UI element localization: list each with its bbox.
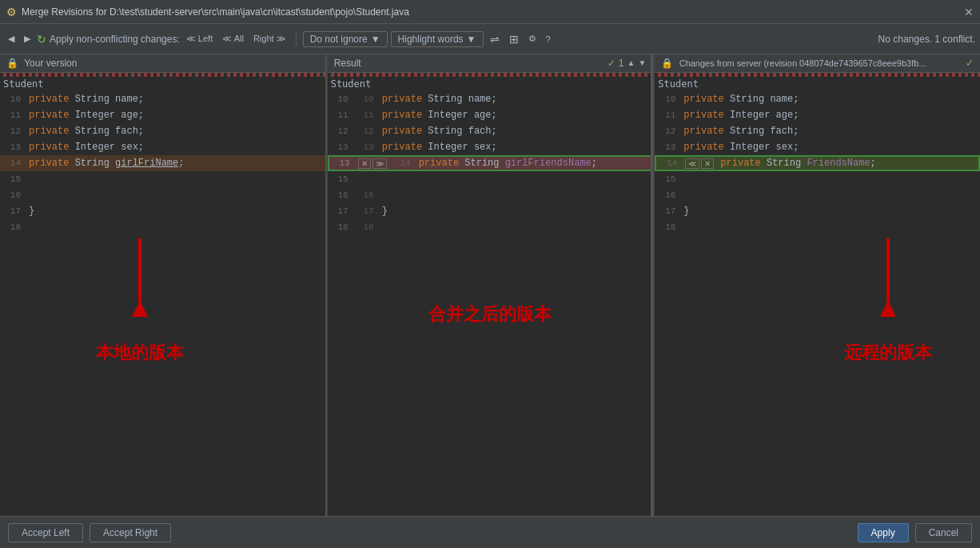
middle-line-11: 11 11 private Integer age; — [328, 107, 653, 123]
reject-right-button[interactable]: ✕ — [701, 158, 714, 169]
wave-decoration-left — [0, 73, 325, 78]
prev-conflict-button[interactable]: ◀ — [5, 32, 18, 46]
right-panel-title: Changes from server (revision 048074de74… — [679, 58, 926, 68]
wave-decoration-right — [655, 73, 980, 78]
left-line-14: 14 private String girlFriName; — [0, 155, 325, 171]
left-line-13: 13 private Integer sex; — [0, 139, 325, 155]
middle-panel-title: Result — [334, 58, 361, 69]
up-arrow-icon[interactable]: ▲ — [627, 58, 635, 67]
ignore-dropdown[interactable]: Do not ignore ▼ — [303, 31, 388, 47]
next-conflict-button[interactable]: ▶ — [21, 32, 34, 46]
title-bar: ⚙ Merge Revisions for D:\test\student-se… — [0, 0, 980, 24]
apply-button[interactable]: Apply — [858, 523, 909, 542]
right-panel-header: 🔒 Changes from server (revision 048074de… — [655, 54, 980, 73]
accept-right-button[interactable]: Accept Right — [90, 523, 171, 542]
accept-left-arrow-button[interactable]: ≫ — [372, 158, 387, 169]
middle-line-17: 17 17 } — [328, 203, 653, 219]
middle-panel-header: Result ✓ 1 ▲ ▼ — [328, 54, 653, 73]
left-line-17: 17 } — [0, 203, 325, 219]
middle-class-name: Student — [328, 77, 653, 91]
dropdown-arrow-icon-2: ▼ — [467, 34, 476, 45]
accept-right-arrow-button[interactable]: ≪ — [685, 158, 699, 169]
left-code-area: 10 private String name; 11 private Integ… — [0, 91, 325, 516]
left-panel-header: 🔒 Your version — [0, 54, 325, 73]
middle-line-14: 13 ✕ ≫ 14 private String girlFriendsName… — [328, 155, 653, 171]
middle-line-13: 13 13 private Integer sex; — [328, 139, 653, 155]
middle-right-border — [651, 54, 652, 516]
app-icon: ⚙ — [6, 6, 17, 18]
middle-line-12: 12 12 private String fach; — [328, 123, 653, 139]
right-line-16: 16 — [655, 187, 980, 203]
conflict-count: 1 — [619, 58, 624, 69]
right-line-14: 14 ≪ ✕ private String FriendsName; — [655, 155, 980, 171]
right-class-name: Student — [655, 77, 980, 91]
left-line-18: 18 — [0, 219, 325, 235]
apply-icon: ↻ — [37, 33, 46, 46]
accept-left-button[interactable]: Accept Left — [8, 523, 83, 542]
right-line-12: 12 private String fach; — [655, 123, 980, 139]
left-class-name: Student — [0, 77, 325, 91]
left-line-12: 12 private String fach; — [0, 123, 325, 139]
left-line-11: 11 private Integer age; — [0, 107, 325, 123]
right-code-area: 10 private String name; 11 private Integ… — [655, 91, 980, 516]
left-panel: 🔒 Your version Student 10 private String… — [0, 54, 326, 516]
right-line-17: 17 } — [655, 203, 980, 219]
middle-line-18: 18 18 — [328, 219, 653, 235]
apply-all-button[interactable]: ≪ All — [219, 32, 247, 46]
right-line-13: 13 private Integer sex; — [655, 139, 980, 155]
left-line-15: 15 — [0, 171, 325, 187]
apply-left-button[interactable]: ≪ Left — [183, 32, 216, 46]
middle-line-15: 15 — [328, 171, 653, 187]
right-line-18: 18 — [655, 219, 980, 235]
window-title: Merge Revisions for D:\test\student-serv… — [22, 6, 409, 18]
reject-left-button[interactable]: ✕ — [358, 158, 371, 169]
middle-code-area: 10 10 private String name; 11 11 private… — [328, 91, 653, 516]
grid-button[interactable]: ⊞ — [506, 31, 522, 47]
right-line-15: 15 — [655, 171, 980, 187]
separator-1 — [296, 31, 297, 47]
help-button[interactable]: ? — [543, 33, 554, 46]
wave-decoration-middle — [328, 73, 653, 78]
left-panel-title: Your version — [24, 58, 77, 69]
right-line-11: 11 private Integer age; — [655, 107, 980, 123]
right-lock-icon: 🔒 — [661, 58, 673, 69]
left-lock-icon: 🔒 — [6, 58, 18, 69]
middle-panel: Result ✓ 1 ▲ ▼ Student 10 10 private Str… — [328, 54, 654, 516]
right-line-10: 10 private String name; — [655, 91, 980, 107]
cancel-button[interactable]: Cancel — [915, 523, 972, 542]
apply-label: Apply non-conflicting changes: — [50, 34, 180, 45]
dropdown-arrow-icon: ▼ — [371, 34, 380, 45]
middle-line-16: 16 16 — [328, 187, 653, 203]
equalizer-button[interactable]: ⇌ — [487, 31, 503, 47]
bottom-bar: Accept Left Accept Right Apply Cancel — [0, 516, 980, 548]
settings-button[interactable]: ⚙ — [525, 32, 540, 46]
right-panel: 🔒 Changes from server (revision 048074de… — [655, 54, 980, 516]
down-arrow-icon[interactable]: ▼ — [638, 58, 646, 67]
apply-right-button[interactable]: Right ≫ — [250, 32, 289, 46]
toolbar: ◀ ▶ ↻ Apply non-conflicting changes: ≪ L… — [0, 24, 980, 54]
highlight-dropdown[interactable]: Highlight words ▼ — [391, 31, 484, 47]
close-button[interactable]: ✕ — [964, 6, 974, 18]
left-line-10: 10 private String name; — [0, 91, 325, 107]
status-text: No changes. 1 conflict. — [878, 34, 975, 45]
checkmark-icon: ✓ — [608, 58, 615, 69]
left-line-16: 16 — [0, 187, 325, 203]
middle-line-10: 10 10 private String name; — [328, 91, 653, 107]
right-checkmark-icon: ✓ — [966, 58, 974, 69]
